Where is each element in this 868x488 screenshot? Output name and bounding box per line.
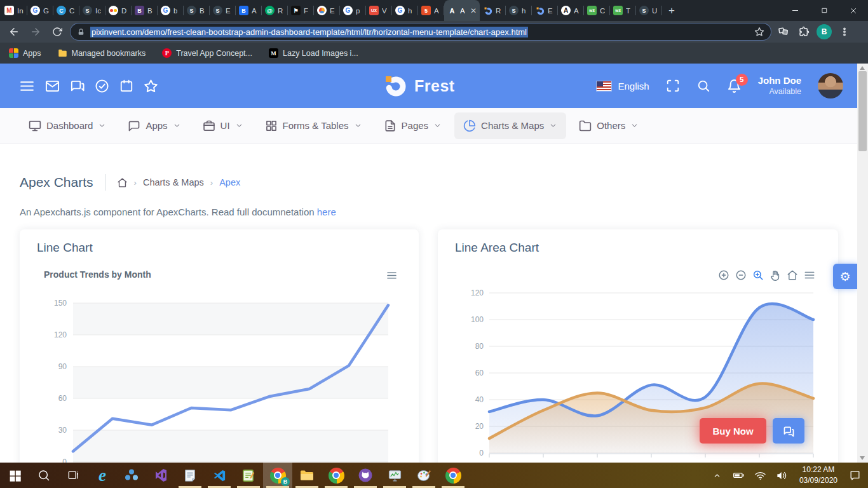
browser-tab[interactable]: SU (636, 0, 662, 21)
browser-tab[interactable]: E (314, 0, 340, 21)
browser-profile-avatar[interactable]: B (816, 24, 832, 40)
chart-toolbar-pan[interactable] (770, 269, 781, 281)
chat-icon[interactable] (70, 79, 85, 93)
calendar-icon[interactable] (119, 79, 133, 93)
bookmark-item[interactable]: PTravel App Concept... (162, 48, 252, 58)
taskbar-ie[interactable]: e (88, 463, 117, 488)
browser-tab[interactable]: Gb (158, 0, 184, 21)
browser-tab[interactable]: D (105, 0, 132, 21)
forward-button[interactable] (27, 23, 44, 41)
chart-toolbar-home[interactable] (787, 269, 798, 281)
bookmark-item[interactable]: Apps (9, 48, 41, 58)
browser-tab[interactable]: R (480, 0, 506, 21)
browser-tab[interactable]: @R (262, 0, 288, 21)
nav-item-forms-tables[interactable]: Forms & Tables (256, 112, 371, 139)
nav-item-pages[interactable]: Pages (375, 112, 451, 139)
nav-item-ui[interactable]: UI (194, 112, 252, 139)
page-scrollbar[interactable] (857, 64, 868, 463)
taskbar-chrome[interactable] (438, 463, 468, 488)
scrollbar-thumb[interactable] (858, 71, 867, 151)
taskbar-search[interactable] (29, 463, 58, 488)
browser-tab[interactable]: BA (236, 0, 262, 21)
frest-logo[interactable]: Frest (384, 64, 455, 108)
browser-tab[interactable]: SE (210, 0, 236, 21)
avatar[interactable] (818, 73, 843, 98)
maximize-button[interactable] (810, 0, 839, 21)
taskbar-github-desktop[interactable] (351, 463, 380, 488)
scrollbar-up-arrow[interactable] (860, 66, 865, 70)
browser-tab[interactable]: E (532, 0, 558, 21)
tray-chevron-up-icon[interactable] (708, 463, 727, 488)
taskbar-clock[interactable]: 10:22 AM 03/09/2020 (794, 464, 843, 487)
browser-tab[interactable]: Gh (392, 0, 418, 21)
taskbar-visual-studio[interactable] (146, 463, 175, 488)
close-button[interactable] (839, 0, 868, 21)
taskbar-chrome[interactable] (322, 463, 351, 488)
user-meta[interactable]: John Doe Available (758, 75, 801, 97)
volume-icon[interactable] (773, 463, 792, 488)
nav-item-others[interactable]: Others (570, 112, 648, 139)
browser-tab[interactable]: CC (53, 0, 79, 21)
taskbar-start[interactable] (0, 463, 29, 488)
chart-toolbar-zoom-out[interactable] (735, 269, 747, 281)
breadcrumb-item[interactable]: Charts & Maps (143, 177, 204, 187)
breadcrumb-item-active[interactable]: Apex (219, 177, 240, 187)
chart-menu-icon[interactable] (386, 270, 397, 281)
browser-tab[interactable]: SIc (79, 0, 105, 21)
taskbar-notepad[interactable] (175, 463, 205, 488)
browser-tab[interactable]: w3T (610, 0, 636, 21)
chart-toolbar-zoom-in[interactable] (718, 269, 729, 281)
taskbar-chrome-active[interactable]: B (263, 463, 292, 488)
language-selector[interactable]: English (597, 81, 649, 92)
notifications-bell[interactable]: 5 (727, 79, 742, 93)
nav-item-apps[interactable]: Apps (119, 112, 189, 139)
buy-now-button[interactable]: Buy Now (700, 418, 766, 444)
browser-tab[interactable]: Gp (340, 0, 366, 21)
browser-tab[interactable]: 5A (418, 0, 444, 21)
browser-tab[interactable]: GG (27, 0, 53, 21)
taskbar-teams[interactable] (117, 463, 146, 488)
browser-tab[interactable]: MIn (1, 0, 27, 21)
nav-item-dashboard[interactable]: Dashboard (20, 112, 115, 139)
taskbar-vscode[interactable] (205, 463, 234, 488)
nav-item-charts-maps[interactable]: Charts & Maps (454, 112, 566, 139)
docs-link[interactable]: here (317, 207, 336, 217)
taskbar-notepad-plus[interactable] (234, 463, 263, 488)
wifi-icon[interactable] (751, 463, 770, 488)
browser-tab-active[interactable]: AA✕ (444, 0, 480, 21)
todo-check-icon[interactable] (95, 79, 109, 93)
battery-icon[interactable] (729, 463, 749, 488)
chart-toolbar-selection-zoom[interactable] (752, 269, 764, 281)
reload-button[interactable] (48, 23, 66, 41)
browser-tab[interactable]: AA (558, 0, 584, 21)
chat-fab-button[interactable] (773, 418, 804, 444)
taskbar-paint[interactable] (409, 463, 438, 488)
search-icon[interactable] (696, 79, 710, 93)
breadcrumb-home-icon[interactable] (117, 177, 128, 188)
star-icon[interactable] (144, 79, 158, 93)
collage-extension-icon[interactable] (775, 24, 792, 40)
browser-tab[interactable]: SB (184, 0, 210, 21)
browser-tab[interactable]: Sh (506, 0, 532, 21)
extensions-puzzle-icon[interactable] (796, 24, 812, 40)
fullscreen-icon[interactable] (666, 79, 680, 93)
chart-toolbar-menu[interactable] (804, 269, 815, 281)
mail-icon[interactable] (45, 79, 60, 93)
bookmark-item[interactable]: Managed bookmarks (58, 48, 146, 58)
bookmark-item[interactable]: MLazy Load Images i... (269, 48, 358, 58)
back-button[interactable] (5, 23, 23, 41)
browser-tab[interactable]: UXV (366, 0, 392, 21)
hamburger-menu-icon[interactable] (19, 78, 35, 94)
taskbar-task-view[interactable] (58, 463, 88, 488)
bookmark-star-icon[interactable] (754, 27, 764, 37)
taskbar-explorer[interactable] (292, 463, 322, 488)
taskbar-task-manager[interactable] (380, 463, 409, 488)
address-bar[interactable]: pixinvent.com/demo/frest-clean-bootstrap… (70, 23, 771, 41)
new-tab-button[interactable]: + (662, 2, 681, 20)
customizer-gear-button[interactable]: ⚙ (833, 264, 857, 289)
browser-tab[interactable]: ⚑F (288, 0, 314, 21)
browser-tab[interactable]: BB (132, 0, 158, 21)
browser-menu-icon[interactable] (836, 24, 853, 40)
scrollbar-down-arrow[interactable] (860, 456, 865, 460)
minimize-button[interactable] (780, 0, 810, 21)
